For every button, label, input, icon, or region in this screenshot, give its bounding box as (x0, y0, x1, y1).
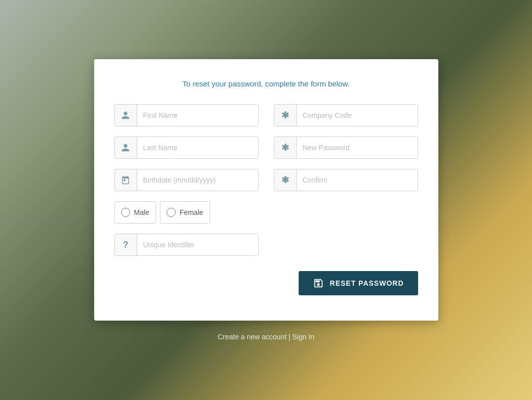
first-name-group (114, 104, 259, 126)
female-radio[interactable] (167, 208, 176, 217)
asterisk-symbol-confirm: ✱ (281, 174, 289, 186)
question-symbol: ? (123, 240, 129, 250)
last-name-group (114, 137, 259, 159)
new-password-input[interactable] (297, 137, 418, 158)
person-svg-last (121, 143, 130, 152)
reset-password-card: To reset your password, complete the for… (94, 59, 438, 321)
confirm-group: ✱ (274, 169, 418, 191)
calendar-svg (121, 175, 130, 185)
sign-in-link[interactable]: Sign In (293, 333, 315, 341)
company-code-group: ✱ (274, 104, 418, 126)
male-radio[interactable] (121, 208, 130, 217)
company-code-input[interactable] (297, 105, 418, 126)
unique-row-spacer (274, 234, 418, 256)
unique-identifier-group: ? (114, 234, 259, 256)
form-grid: ✱ ✱ (114, 104, 418, 295)
confirm-input[interactable] (297, 169, 418, 191)
person-icon-last (115, 137, 137, 158)
footer-separator: | (287, 333, 292, 341)
reset-password-button[interactable]: RESET PASSWORD (299, 271, 418, 295)
calendar-icon (115, 169, 137, 191)
page-center: To reset your password, complete the for… (94, 59, 438, 341)
create-account-link[interactable]: Create a new account (218, 333, 287, 341)
asterisk-icon-password: ✱ (274, 137, 297, 158)
person-icon-first (115, 105, 137, 126)
button-row: RESET PASSWORD (114, 271, 418, 295)
card-title: To reset your password, complete the for… (114, 79, 418, 88)
gender-radio-row: Male Female (114, 201, 259, 224)
person-svg-first (121, 111, 130, 120)
female-radio-option[interactable]: Female (160, 201, 210, 224)
last-name-input[interactable] (137, 137, 258, 158)
reset-button-label: RESET PASSWORD (330, 279, 404, 287)
first-name-input[interactable] (137, 105, 258, 126)
female-label: Female (180, 208, 203, 216)
radio-row-spacer (274, 201, 418, 224)
male-label: Male (134, 208, 149, 216)
birthdate-input[interactable] (137, 169, 258, 191)
asterisk-symbol-password: ✱ (281, 142, 289, 153)
floppy-disk-icon (313, 278, 324, 289)
birthdate-group (114, 169, 259, 191)
asterisk-icon-company: ✱ (274, 105, 297, 126)
footer-links: Create a new account | Sign In (218, 333, 314, 341)
new-password-group: ✱ (274, 137, 418, 159)
asterisk-icon-confirm: ✱ (274, 169, 297, 191)
unique-identifier-input[interactable] (137, 234, 258, 255)
asterisk-symbol-company: ✱ (281, 110, 289, 121)
male-radio-option[interactable]: Male (114, 201, 156, 224)
question-icon: ? (115, 234, 137, 255)
